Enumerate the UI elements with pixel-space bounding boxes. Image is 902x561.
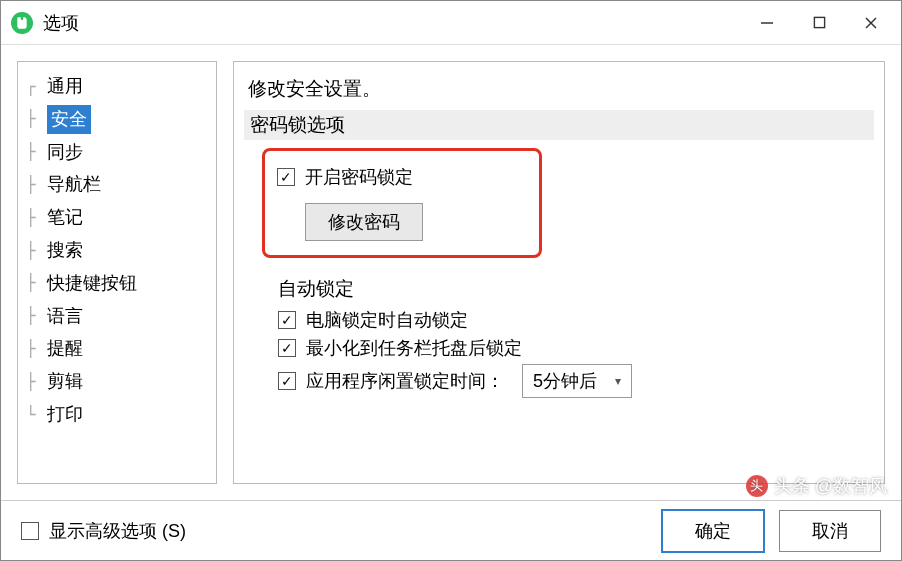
idle-lock-select[interactable]: 5分钟后 ▾: [522, 364, 632, 398]
enable-password-lock-row[interactable]: 开启密码锁定: [277, 165, 527, 189]
maximize-button[interactable]: [793, 1, 845, 45]
checkbox-icon: [21, 522, 39, 540]
watermark: 头 头条 @数智风: [746, 474, 887, 498]
lock-on-pc-lock-label: 电脑锁定时自动锁定: [306, 308, 468, 332]
show-advanced-label: 显示高级选项 (S): [49, 519, 186, 543]
idle-lock-selected-value: 5分钟后: [533, 369, 597, 393]
sidebar-item-reminders[interactable]: ├ 提醒: [22, 332, 212, 365]
enable-password-lock-label: 开启密码锁定: [305, 165, 413, 189]
chevron-down-icon: ▾: [615, 374, 621, 388]
lock-on-minimize-row[interactable]: 最小化到任务栏托盘后锁定: [278, 336, 874, 360]
settings-sidebar: ┌ 通用 ├ 安全 ├ 同步 ├ 导航栏 ├ 笔记 ├ 搜索 ├ 快捷键按钮 ├…: [17, 61, 217, 484]
sidebar-item-search[interactable]: ├ 搜索: [22, 234, 212, 267]
change-password-button[interactable]: 修改密码: [305, 203, 423, 241]
ok-button[interactable]: 确定: [661, 509, 765, 553]
idle-lock-row: 应用程序闲置锁定时间： 5分钟后 ▾: [278, 364, 874, 398]
idle-lock-label: 应用程序闲置锁定时间：: [306, 369, 504, 393]
panel-description: 修改安全设置。: [248, 76, 874, 102]
show-advanced-checkbox[interactable]: 显示高级选项 (S): [21, 519, 186, 543]
checkbox-icon[interactable]: [278, 372, 296, 390]
sidebar-item-note[interactable]: ├ 笔记: [22, 201, 212, 234]
sidebar-item-hotkeys[interactable]: ├ 快捷键按钮: [22, 267, 212, 300]
autolock-section-header: 自动锁定: [278, 276, 874, 302]
password-section-header: 密码锁选项: [244, 110, 874, 140]
settings-panel: 修改安全设置。 密码锁选项 开启密码锁定 修改密码 自动锁定 电脑锁定时自动锁定…: [233, 61, 885, 484]
sidebar-item-sync[interactable]: ├ 同步: [22, 136, 212, 169]
dialog-footer: 显示高级选项 (S) 确定 取消: [1, 500, 901, 560]
sidebar-item-print[interactable]: └ 打印: [22, 398, 212, 431]
cancel-button[interactable]: 取消: [779, 510, 881, 552]
checkbox-icon: [278, 311, 296, 329]
content-area: ┌ 通用 ├ 安全 ├ 同步 ├ 导航栏 ├ 笔记 ├ 搜索 ├ 快捷键按钮 ├…: [1, 45, 901, 500]
watermark-icon: 头: [746, 475, 768, 497]
titlebar: 选项: [1, 1, 901, 45]
sidebar-item-general[interactable]: ┌ 通用: [22, 70, 212, 103]
lock-on-pc-lock-row[interactable]: 电脑锁定时自动锁定: [278, 308, 874, 332]
sidebar-item-navbar[interactable]: ├ 导航栏: [22, 168, 212, 201]
svg-rect-1: [814, 17, 824, 27]
sidebar-item-clip[interactable]: ├ 剪辑: [22, 365, 212, 398]
lock-on-minimize-label: 最小化到任务栏托盘后锁定: [306, 336, 522, 360]
checkbox-icon: [277, 168, 295, 186]
app-icon: [11, 12, 33, 34]
minimize-button[interactable]: [741, 1, 793, 45]
sidebar-item-language[interactable]: ├ 语言: [22, 300, 212, 333]
sidebar-item-security[interactable]: ├ 安全: [22, 103, 212, 136]
checkbox-icon: [278, 339, 296, 357]
options-window: 选项 ┌ 通用 ├ 安全 ├ 同步 ├ 导航栏 ├ 笔记 ├ 搜索 ├ 快捷键按…: [0, 0, 902, 561]
highlight-annotation: 开启密码锁定 修改密码: [262, 148, 542, 258]
close-button[interactable]: [845, 1, 897, 45]
watermark-text: 头条 @数智风: [774, 474, 887, 498]
window-title: 选项: [43, 11, 79, 35]
